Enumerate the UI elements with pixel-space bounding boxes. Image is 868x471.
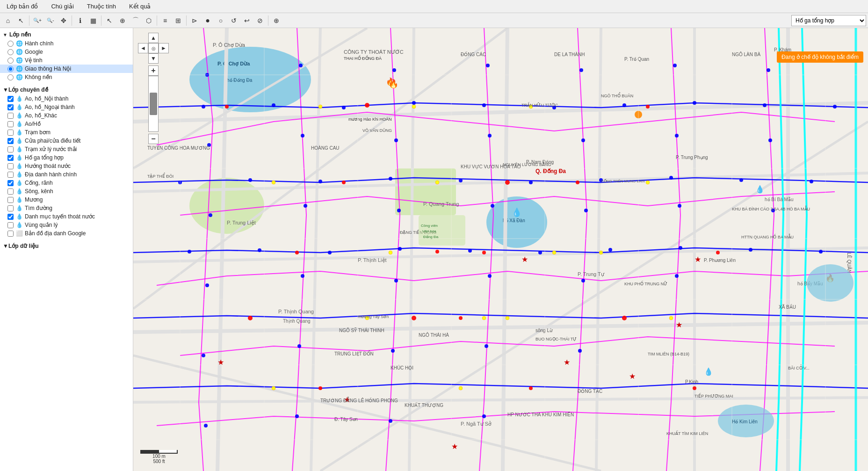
nav-down-btn[interactable]: ▼ — [148, 53, 159, 64]
cb-vung-quan-ly[interactable] — [7, 222, 14, 228]
radio-ve-tinh[interactable] — [7, 58, 14, 64]
layer-google[interactable]: 🌐 Google — [0, 48, 133, 56]
google-label: Google — [25, 49, 43, 55]
tool-undo[interactable]: ↩ — [241, 14, 253, 27]
layer-tram-xu-ly[interactable]: 💧 Trạm xử lý nước thải — [0, 145, 133, 153]
layer-giao-thong[interactable]: 🌐 Giao thông Hà Nội — [0, 65, 133, 73]
cb-tim-duong[interactable] — [7, 205, 14, 211]
layer-dia-danh[interactable]: 💧 Địa danh hành chính — [0, 170, 133, 179]
lop-nen-header[interactable]: ▼ Lớp nền — [0, 30, 133, 39]
svg-point-29 — [412, 101, 416, 105]
layer-muong[interactable]: 💧 Mương — [0, 196, 133, 204]
menu-thuoc-tinh[interactable]: Thuộc tính — [84, 2, 119, 11]
cb-danh-muc[interactable] — [7, 214, 14, 220]
tool-polygon[interactable]: ⬡ — [143, 14, 155, 27]
layer-song-kenh[interactable]: 💧 Sông, kênh — [0, 187, 133, 196]
layer-ao-ho-noi[interactable]: 💧 Ao, hồ_Nội thành — [0, 94, 133, 103]
tool-refresh[interactable]: ↺ — [228, 14, 240, 27]
svg-text:CÔNG TY THOÁT NƯỚC: CÔNG TY THOÁT NƯỚC — [344, 49, 404, 55]
layer-huong-thoat[interactable]: 💧 Hướng thoát nước — [0, 162, 133, 170]
tool-table[interactable]: ⊞ — [172, 14, 184, 27]
tool-home[interactable]: ⌂ — [2, 14, 14, 27]
radio-google[interactable] — [7, 49, 14, 55]
layer-cua-phai[interactable]: 💧 Cửa phai/cửa điều tiết — [0, 137, 133, 145]
cb-ao-ho[interactable] — [7, 121, 14, 127]
layer-tram-bom[interactable]: 💧 Trạm bơm — [0, 128, 133, 137]
radio-hanh-chinh[interactable] — [7, 41, 14, 47]
lop-chuyen-de-arrow: ▼ — [3, 87, 8, 93]
tool-select[interactable]: ▦ — [87, 14, 99, 27]
tool-identify[interactable]: ℹ — [74, 14, 86, 27]
tool-crosshair[interactable]: ⊕ — [270, 14, 282, 27]
svg-text:Thịnh Quang: Thịnh Quang — [283, 319, 311, 324]
menu-ket-qua[interactable]: Kết quả — [126, 2, 153, 11]
layer-ao-ho[interactable]: 💧 Ao/Hồ — [0, 120, 133, 128]
cb-ao-ho-ngoai[interactable] — [7, 104, 14, 110]
tool-add-line[interactable]: ⌒ — [130, 14, 142, 27]
tool-list[interactable]: ≡ — [159, 14, 171, 27]
nav-center-btn[interactable]: ◎ — [148, 43, 159, 53]
cb-ho-ga[interactable] — [7, 155, 14, 161]
layer-dropdown[interactable]: Hố ga tổng hợpCống rãnhSông kênhTrạm bơm — [791, 15, 866, 26]
svg-point-46 — [188, 250, 191, 254]
vung-quan-ly-icon: 💧 — [16, 222, 23, 228]
layer-vung-quan-ly[interactable]: 💧 Vùng quản lý — [0, 221, 133, 229]
cb-cong-ranh[interactable] — [7, 180, 14, 186]
nav-right-btn[interactable]: ► — [159, 43, 169, 53]
cb-ban-do-google[interactable] — [7, 231, 14, 237]
cong-ranh-icon: 💧 — [16, 180, 23, 186]
map-container[interactable]: P. Ô Chợ Dừa hồ Đống Đa hồ Xã Đàn 💧 🔥 — [133, 28, 868, 471]
lop-du-lieu-header[interactable]: ▼ Lớp dữ liệu — [0, 241, 133, 251]
svg-text:KHÚC HỘI: KHÚC HỘI — [391, 365, 413, 370]
radio-giao-thong[interactable] — [7, 66, 14, 72]
menu-chu-giai[interactable]: Chú giải — [48, 2, 76, 11]
cb-muong[interactable] — [7, 197, 14, 203]
layer-ve-tinh[interactable]: 🌐 Vệ tinh — [0, 56, 133, 65]
tool-pointer[interactable]: ↖ — [15, 14, 27, 27]
zoom-out-btn[interactable]: − — [148, 134, 159, 144]
svg-text:KHU PHỐ TRUNG NỮ: KHU PHỐ TRUNG NỮ — [624, 281, 667, 286]
layer-danh-muc[interactable]: 💧 Danh mục tuyến thoát nước — [0, 212, 133, 221]
svg-text:TUYẾN CÔNG HOA MƯƠNG: TUYẾN CÔNG HOA MƯƠNG — [147, 145, 210, 151]
layer-ho-ga[interactable]: 💧 Hố ga tổng hợp — [0, 153, 133, 162]
menu-ban-do[interactable]: Lớp bản đồ — [4, 2, 41, 11]
cb-huong-thoat[interactable] — [7, 163, 14, 169]
layer-ban-do-google[interactable]: ⬜ Bản đồ địa danh Google — [0, 229, 133, 238]
tool-circle[interactable]: ○ — [215, 14, 227, 27]
svg-point-117 — [599, 251, 603, 254]
cb-tram-bom[interactable] — [7, 130, 14, 136]
layer-tim-duong[interactable]: 💧 Tìm đường — [0, 204, 133, 212]
cb-tram-xu-ly[interactable] — [7, 146, 14, 152]
tool-select2[interactable]: ⊳ — [188, 14, 201, 27]
cb-ao-ho-noi[interactable] — [7, 96, 14, 102]
nav-up-btn[interactable]: ▲ — [148, 33, 159, 43]
layer-ao-ho-khac[interactable]: 💧 Ao, hồ_Khác — [0, 111, 133, 120]
ao-ho-noi-label: Ao, hồ_Nội thành — [25, 95, 68, 102]
tool-measure[interactable]: ⊘ — [254, 14, 266, 27]
lop-chuyen-de-header[interactable]: ▼ Lớp chuyên đề — [0, 85, 133, 94]
radio-khong-nen[interactable] — [7, 74, 14, 80]
svg-text:★: ★ — [451, 442, 458, 450]
layer-cong-ranh[interactable]: 💧 Cống, rãnh — [0, 179, 133, 187]
svg-text:P. Trung Tự: P. Trung Tự — [578, 271, 605, 277]
layer-khong-nen[interactable]: 🌐 Không nền — [0, 73, 133, 81]
tool-dot[interactable]: ● — [202, 14, 214, 27]
cb-cua-phai[interactable] — [7, 138, 14, 144]
tool-arrow[interactable]: ↖ — [103, 14, 116, 27]
ho-ga-label: Hố ga tổng hợp — [25, 154, 64, 161]
cb-ao-ho-khac[interactable] — [7, 113, 14, 119]
layer-hanh-chinh[interactable]: 🌐 Hành chính — [0, 39, 133, 48]
layer-ao-ho-ngoai[interactable]: 💧 Ao, hồ_Ngoại thành — [0, 103, 133, 111]
cb-song-kenh[interactable] — [7, 188, 14, 195]
nav-left-btn[interactable]: ◄ — [138, 43, 148, 53]
cb-dia-danh[interactable] — [7, 172, 14, 178]
scale-line-meters — [140, 450, 178, 454]
svg-point-33 — [693, 101, 696, 105]
tool-add-point[interactable]: ⊕ — [116, 14, 129, 27]
tool-pan[interactable]: ✥ — [58, 14, 70, 27]
tool-zoom-in[interactable]: 🔍+ — [31, 14, 43, 27]
tool-zoom-out[interactable]: 🔍- — [44, 14, 57, 27]
svg-point-62 — [299, 64, 303, 67]
zoom-in-btn[interactable]: + — [148, 65, 159, 76]
svg-point-120 — [435, 181, 439, 184]
